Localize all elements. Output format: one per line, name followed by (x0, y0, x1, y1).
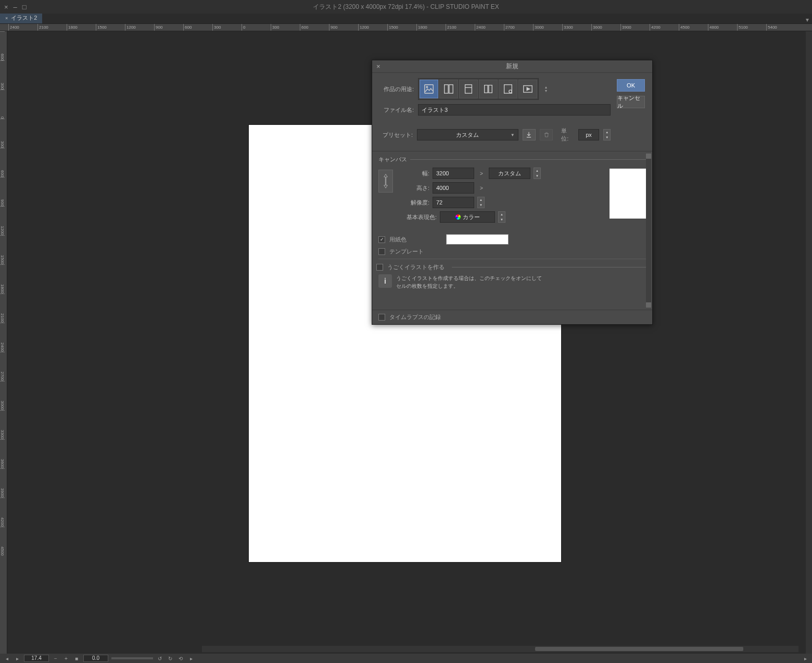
colormode-label: 基本表現色: (401, 213, 437, 221)
ruler-horizontal: 2400210018001500120090060030003006009001… (0, 24, 812, 31)
colormode-spinner[interactable]: ▲▼ (498, 211, 505, 223)
zoom-out-icon[interactable]: − (52, 655, 59, 662)
minimize-icon[interactable]: – (14, 3, 17, 11)
height-input[interactable] (433, 182, 474, 194)
statusbar: ◂ ▸ 17.4 − + ■ 0.0 ↺ ↻ ⟲ ▸ ▸ (0, 654, 812, 663)
scroll-right-icon[interactable]: ▸ (802, 655, 809, 662)
purpose-comic-icon[interactable] (439, 80, 458, 98)
size-preset-spinner[interactable]: ▲▼ (534, 168, 541, 179)
svg-rect-4 (465, 85, 472, 94)
rotate-ccw-icon[interactable]: ↺ (156, 655, 163, 662)
rotate-reset-icon[interactable]: ⟲ (177, 655, 184, 662)
unit-label: 単位: (561, 127, 574, 143)
dialog-title: 新規 (506, 62, 518, 71)
purpose-spinner[interactable]: ▲▼ (543, 85, 549, 93)
dialog-close-icon[interactable]: × (376, 62, 380, 70)
svg-rect-3 (449, 85, 453, 94)
animation-label: うごくイラストを作る (387, 263, 445, 271)
papercolor-well[interactable] (446, 234, 509, 245)
purpose-animation-icon[interactable] (518, 80, 537, 98)
rotate-cw-icon[interactable]: ↻ (167, 655, 174, 662)
purpose-label: 作品の用途: (379, 85, 414, 93)
zoom-field[interactable]: 17.4 (24, 655, 49, 662)
purpose-print-icon[interactable] (459, 80, 478, 98)
animation-checkbox[interactable] (376, 264, 383, 271)
purpose-book-icon[interactable] (479, 80, 498, 98)
close-icon[interactable]: × (4, 3, 8, 11)
preset-label: プリセット: (379, 131, 413, 139)
tab-active[interactable]: × イラスト2 (0, 12, 42, 23)
zoom-in-icon[interactable]: + (62, 655, 70, 662)
scrollbar-vertical[interactable] (806, 31, 812, 654)
canvas-section-label: キャンバス (378, 156, 407, 163)
width-link-icon[interactable]: > (477, 171, 486, 176)
purpose-webtoon-icon[interactable] (499, 80, 517, 98)
preset-dropdown[interactable]: カスタム▼ (417, 129, 518, 141)
ruler-vertical: 6003000300600900120015001800210024002700… (0, 31, 7, 654)
rotate-step-icon[interactable]: ▸ (187, 655, 195, 662)
orientation-button[interactable] (378, 170, 393, 193)
size-preset-dropdown[interactable]: カスタム (489, 168, 530, 179)
unit-spinner[interactable]: ▲▼ (603, 129, 611, 141)
maximize-icon[interactable]: □ (22, 3, 27, 11)
filename-input[interactable] (418, 104, 611, 116)
unit-dropdown[interactable]: px (578, 129, 600, 141)
rotation-slider[interactable] (111, 657, 153, 659)
cancel-button[interactable]: キャンセル (617, 96, 645, 108)
statusbar-next-icon[interactable]: ▸ (14, 655, 21, 662)
new-file-dialog: × 新規 作品の用途: ▲▼ ファイル名: (372, 60, 653, 325)
animation-hint: うごくイラストを作成する場合は、このチェックをオンにしてセルの枚数を指定します。 (396, 274, 542, 290)
resolution-label: 解像度: (401, 199, 429, 207)
dialog-titlebar[interactable]: × 新規 (372, 60, 652, 73)
info-icon: i (378, 274, 392, 288)
document-tabs: × イラスト2 ▾ (0, 14, 812, 24)
svg-rect-0 (425, 85, 434, 94)
scrollbar-thumb[interactable] (535, 647, 743, 651)
papercolor-checkbox[interactable]: ✓ (378, 236, 385, 243)
resolution-spinner[interactable]: ▲▼ (477, 197, 485, 208)
colormode-dropdown[interactable]: カラー (440, 211, 495, 223)
window-title: イラスト2 (3200 x 4000px 72dpi 17.4%) - CLIP… (313, 3, 499, 11)
tabrow-menu-icon[interactable]: ▾ (806, 16, 809, 23)
canvas-settings-pane: キャンバス 幅: > カスタム ▲▼ 高さ: (372, 151, 652, 310)
filename-label: ファイル名: (379, 106, 414, 114)
width-input[interactable] (433, 168, 474, 179)
preset-save-icon[interactable] (523, 129, 536, 141)
svg-rect-6 (504, 85, 512, 94)
svg-point-1 (426, 86, 428, 88)
ok-button[interactable]: OK (617, 79, 645, 92)
zoom-fit-icon[interactable]: ■ (73, 655, 80, 662)
preset-delete-icon (540, 129, 553, 141)
template-label: テンプレート (389, 248, 424, 256)
timelapse-checkbox[interactable] (378, 314, 385, 321)
purpose-selector (418, 78, 539, 100)
statusbar-prev-icon[interactable]: ◂ (3, 655, 10, 662)
height-label: 高さ: (401, 184, 429, 192)
width-label: 幅: (401, 170, 429, 177)
scrollbar-horizontal[interactable] (202, 646, 798, 652)
timelapse-label: タイムラプスの記録 (389, 313, 441, 321)
template-checkbox[interactable] (378, 248, 385, 255)
rotation-field[interactable]: 0.0 (83, 655, 108, 662)
window-titlebar: × – □ イラスト2 (3200 x 4000px 72dpi 17.4%) … (0, 0, 812, 14)
settings-scrollbar[interactable] (646, 154, 651, 308)
tab-label: イラスト2 (11, 14, 37, 22)
papercolor-label: 用紙色 (389, 236, 407, 244)
resolution-input[interactable] (433, 197, 474, 208)
svg-rect-2 (445, 85, 448, 94)
height-link-icon[interactable]: > (477, 185, 486, 191)
purpose-illustration-icon[interactable] (420, 80, 438, 98)
svg-point-7 (509, 90, 512, 93)
canvas-preview (610, 169, 646, 219)
tab-close-icon[interactable]: × (5, 16, 8, 21)
